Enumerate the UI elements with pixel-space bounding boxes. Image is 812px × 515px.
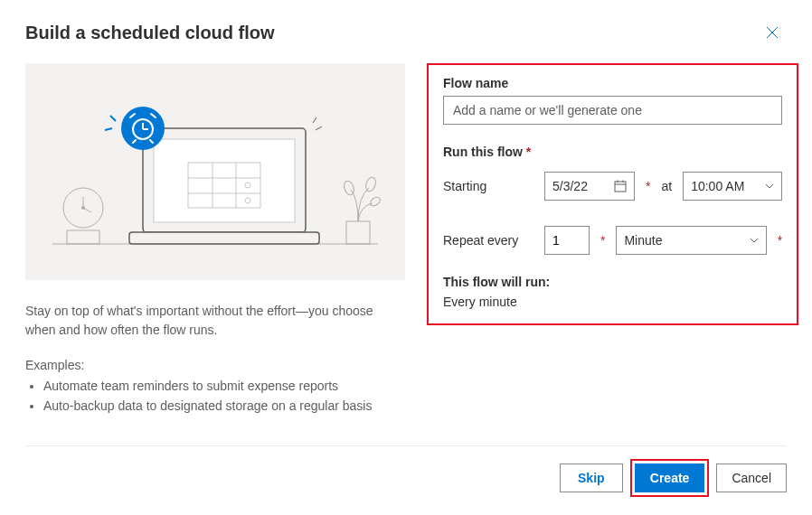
required-asterisk: * [778,233,782,248]
dialog-footer: Skip Create Cancel [25,445,787,497]
starting-row: Starting 5/3/22 * at 10:00 AM [443,172,782,201]
examples-label: Examples: [25,358,405,372]
flow-name-label: Flow name [443,76,782,90]
svg-rect-7 [154,139,295,222]
required-asterisk: * [646,179,650,193]
svg-rect-32 [615,182,626,192]
close-icon [765,25,779,40]
dialog-title: Build a scheduled cloud flow [25,23,275,43]
create-highlight: Create [630,459,710,497]
repeat-value-input[interactable] [544,226,590,255]
svg-line-5 [83,208,91,212]
svg-rect-1 [67,230,99,244]
illustration [25,63,405,280]
required-asterisk: * [600,233,605,248]
example-item: Automate team reminders to submit expens… [43,376,405,396]
svg-rect-28 [346,221,370,244]
starting-date-value: 5/3/22 [552,179,588,193]
repeat-unit-select[interactable]: Minute [616,226,766,255]
example-item: Auto-backup data to designated storage o… [43,396,405,416]
summary-text: Every minute [443,295,782,309]
dialog-body: Stay on top of what's important without … [25,63,787,445]
calendar-icon [614,180,627,192]
description-text: Stay on top of what's important without … [25,302,405,340]
close-button[interactable] [758,18,787,47]
cancel-button[interactable]: Cancel [716,464,787,492]
create-button[interactable]: Create [635,464,705,492]
flow-name-input[interactable] [443,96,782,125]
starting-label: Starting [443,179,533,193]
svg-line-19 [313,117,316,123]
at-label: at [661,179,672,193]
left-column: Stay on top of what's important without … [25,63,405,445]
svg-line-16 [105,128,112,130]
svg-rect-8 [129,232,319,244]
svg-line-18 [316,126,322,130]
chevron-down-icon [765,182,774,191]
repeat-unit-value: Minute [624,233,662,248]
chevron-down-icon [750,236,759,245]
summary-label: This flow will run: [443,275,782,289]
starting-date-input[interactable]: 5/3/22 [544,172,635,201]
run-flow-label: Run this flow [443,145,782,159]
examples-list: Automate team reminders to submit expens… [25,376,405,417]
starting-time-value: 10:00 AM [691,179,744,193]
flow-form: Flow name Run this flow Starting 5/3/22 … [427,63,798,325]
repeat-row: Repeat every * Minute * [443,226,782,255]
scheduled-flow-dialog: Build a scheduled cloud flow [0,0,812,515]
right-column: Flow name Run this flow Starting 5/3/22 … [427,63,798,445]
repeat-label: Repeat every [443,233,533,248]
svg-point-31 [369,195,382,207]
dialog-header: Build a scheduled cloud flow [25,18,787,47]
svg-line-17 [110,116,116,121]
starting-time-select[interactable]: 10:00 AM [683,172,782,201]
skip-button[interactable]: Skip [560,464,623,492]
